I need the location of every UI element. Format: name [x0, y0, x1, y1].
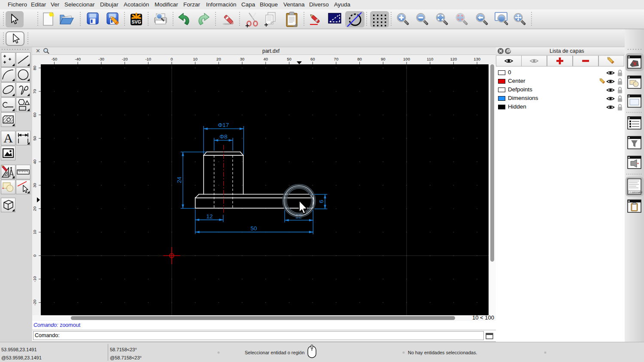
- svg-text:24: 24: [176, 177, 182, 184]
- svg-text:60: 60: [310, 57, 315, 61]
- svg-text:110: 110: [427, 57, 433, 61]
- svg-text:100: 100: [403, 57, 410, 61]
- svg-text:> command: > command: [630, 191, 642, 193]
- svg-text:20: 20: [32, 206, 37, 211]
- svg-text:-30: -30: [98, 57, 104, 61]
- svg-text:20: 20: [216, 57, 221, 61]
- svg-text:70: 70: [334, 57, 339, 61]
- svg-text:A: A: [3, 131, 13, 145]
- svg-text:0: 0: [32, 254, 37, 256]
- svg-text:12: 12: [206, 213, 213, 220]
- svg-text:120: 120: [450, 57, 457, 61]
- svg-text:30: 30: [32, 183, 37, 188]
- svg-text:40: 40: [264, 57, 268, 61]
- svg-text:SVG: SVG: [131, 19, 141, 24]
- svg-text:-10: -10: [145, 57, 151, 61]
- svg-text:130: 130: [474, 57, 480, 61]
- svg-text:10: 10: [193, 57, 197, 61]
- svg-text:0: 0: [170, 57, 173, 61]
- svg-text:-20: -20: [122, 57, 128, 61]
- svg-text:Φ17: Φ17: [218, 122, 229, 128]
- svg-text:60: 60: [32, 113, 37, 118]
- svg-text:80: 80: [357, 57, 362, 61]
- svg-text:10: 10: [32, 230, 37, 235]
- svg-text:50: 50: [32, 136, 37, 141]
- svg-text:-20: -20: [32, 300, 37, 306]
- svg-text:70: 70: [32, 89, 37, 94]
- svg-text:40: 40: [32, 160, 37, 164]
- svg-text:-40: -40: [75, 57, 81, 61]
- svg-text:30: 30: [240, 57, 245, 61]
- svg-text:Φ8: Φ8: [219, 133, 227, 140]
- svg-text:80: 80: [32, 66, 37, 70]
- svg-text:6: 6: [318, 200, 325, 203]
- svg-text:-50: -50: [52, 57, 58, 61]
- svg-text:50: 50: [250, 225, 257, 232]
- svg-text:50: 50: [287, 57, 292, 61]
- svg-text:90: 90: [381, 57, 386, 61]
- svg-text:-10: -10: [32, 276, 37, 282]
